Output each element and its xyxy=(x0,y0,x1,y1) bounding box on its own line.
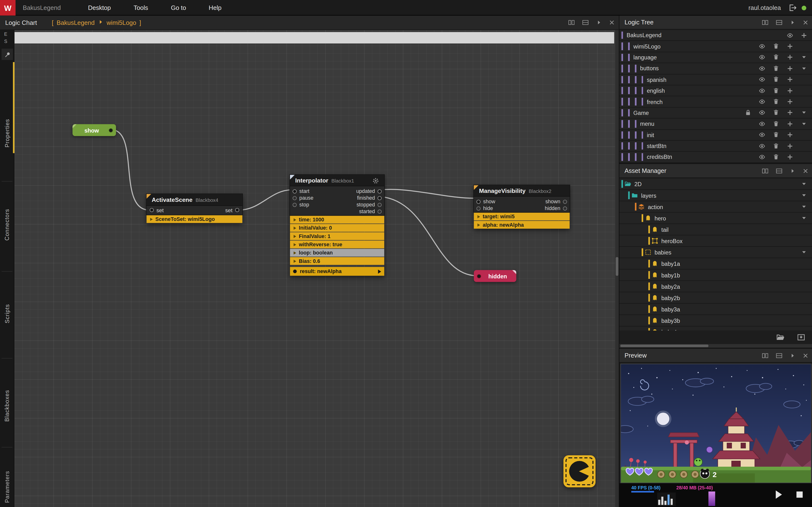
visibility-eye-icon[interactable] xyxy=(783,32,797,39)
node-managevisibility[interactable]: ManageVisibility Blackbox2 show hide sho… xyxy=(474,185,570,229)
collapse-panel-icon[interactable] xyxy=(596,19,602,25)
add-icon[interactable] xyxy=(783,76,797,83)
collapse-panel-icon[interactable] xyxy=(790,352,796,358)
input-port-show[interactable]: show xyxy=(476,198,495,205)
add-icon[interactable] xyxy=(783,54,797,61)
visibility-eye-icon[interactable] xyxy=(755,154,769,160)
chevron-down-icon[interactable] xyxy=(797,110,811,116)
tree-row-bakuslegend[interactable]: BakusLegend xyxy=(619,30,812,41)
sidebar-tab-connectors[interactable]: Connectors xyxy=(0,190,14,259)
input-port-set[interactable] xyxy=(150,208,154,212)
attr-row-bias[interactable]: Bias: 0.6 xyxy=(290,257,384,265)
open-folder-icon[interactable] xyxy=(776,333,784,341)
delete-trash-icon[interactable] xyxy=(769,131,783,138)
tree-row-english[interactable]: english xyxy=(619,85,812,96)
close-icon[interactable] xyxy=(803,352,808,358)
asset-row-babies[interactable]: babies xyxy=(619,247,812,258)
asset-row-baby3b[interactable]: baby3b xyxy=(619,315,812,326)
asset-row-hero[interactable]: hero xyxy=(619,213,812,224)
close-icon[interactable] xyxy=(803,19,808,25)
app-logo[interactable]: W xyxy=(0,0,15,15)
add-icon[interactable] xyxy=(783,109,797,116)
sidebar-tab-blackboxes[interactable]: Blackboxes xyxy=(0,372,14,440)
output-port-started[interactable]: started xyxy=(359,208,382,215)
split-columns-icon[interactable] xyxy=(762,19,768,25)
chevron-down-icon[interactable] xyxy=(797,192,811,198)
output-port-finished[interactable]: finished xyxy=(357,194,382,201)
delete-trash-icon[interactable] xyxy=(769,154,783,160)
scrollbar-thumb[interactable] xyxy=(620,344,708,347)
add-icon[interactable] xyxy=(783,87,797,94)
asset-row-baby2b[interactable]: baby2b xyxy=(619,292,812,304)
delete-trash-icon[interactable] xyxy=(769,143,783,150)
node-header[interactable]: ActivateScene Blackbox4 xyxy=(146,194,242,206)
tree-row-french[interactable]: french xyxy=(619,96,812,107)
node-settings-gear-icon[interactable] xyxy=(372,177,379,184)
pin-icon[interactable] xyxy=(1,49,13,60)
play-button[interactable] xyxy=(776,490,782,499)
visibility-eye-icon[interactable] xyxy=(755,87,769,94)
sidebar-tab-parameters[interactable]: Parameters xyxy=(0,454,14,507)
input-port-pause[interactable]: pause xyxy=(293,194,313,201)
input-port-stop[interactable]: stop xyxy=(293,201,309,208)
visibility-eye-icon[interactable] xyxy=(755,131,769,138)
node-header[interactable]: ManageVisibility Blackbox2 xyxy=(474,185,570,196)
add-icon[interactable] xyxy=(783,98,797,105)
asset-row-2d[interactable]: 2D xyxy=(619,178,812,190)
node-interpolator[interactable]: Interpolator Blackbox1 start pause stop … xyxy=(290,175,384,276)
output-port-stopped[interactable]: stopped xyxy=(356,201,382,208)
add-icon[interactable] xyxy=(783,43,797,50)
delete-trash-icon[interactable] xyxy=(769,76,783,83)
visibility-eye-icon[interactable] xyxy=(755,54,769,61)
split-columns-icon[interactable] xyxy=(568,19,575,26)
visibility-eye-icon[interactable] xyxy=(755,76,769,83)
delete-trash-icon[interactable] xyxy=(769,120,783,127)
chevron-down-icon[interactable] xyxy=(797,66,811,71)
username[interactable]: raul.otaolea xyxy=(749,4,781,11)
node-attribute-row[interactable]: SceneToSet: wimi5Logo xyxy=(146,215,242,223)
output-port-set[interactable] xyxy=(235,208,239,212)
stop-button[interactable] xyxy=(797,492,803,498)
attr-row-withreverse[interactable]: withReverse: true xyxy=(290,240,384,248)
tree-row-buttons[interactable]: buttons xyxy=(619,63,812,74)
tree-row-init[interactable]: init xyxy=(619,130,812,141)
chevron-down-icon[interactable] xyxy=(797,55,811,60)
result-port[interactable] xyxy=(293,270,297,273)
split-rows-icon[interactable] xyxy=(776,19,782,25)
lock-icon[interactable] xyxy=(741,109,755,116)
sidebar-tab-properties[interactable]: Properties xyxy=(0,100,14,166)
input-port-start[interactable]: start xyxy=(293,188,310,194)
output-port-shown[interactable]: shown xyxy=(546,198,567,205)
tree-row-creditsbtn[interactable]: creditsBtn xyxy=(619,152,812,163)
output-port[interactable] xyxy=(109,128,113,132)
asset-row-tail[interactable]: tail xyxy=(619,224,812,235)
attr-row-initialvalue[interactable]: InitialValue: 0 xyxy=(290,224,384,232)
close-icon[interactable] xyxy=(803,168,808,174)
close-icon[interactable] xyxy=(609,19,615,25)
tree-row-game[interactable]: Game xyxy=(619,107,812,119)
visibility-eye-icon[interactable] xyxy=(755,143,769,150)
chevron-down-icon[interactable] xyxy=(797,215,811,221)
state-node-hidden[interactable]: hidden xyxy=(474,270,516,282)
delete-trash-icon[interactable] xyxy=(769,54,783,61)
chevron-down-icon[interactable] xyxy=(797,121,811,127)
tree-row-spanish[interactable]: spanish xyxy=(619,74,812,86)
asset-row-baby4a[interactable]: baby4a xyxy=(619,326,812,331)
asset-row-action[interactable]: action xyxy=(619,201,812,213)
split-rows-icon[interactable] xyxy=(582,19,589,26)
asset-row-baby2a[interactable]: baby2a xyxy=(619,281,812,292)
output-port-updated[interactable]: updated xyxy=(356,188,382,194)
menu-help[interactable]: Help xyxy=(209,4,221,11)
visibility-eye-icon[interactable] xyxy=(755,65,769,72)
delete-trash-icon[interactable] xyxy=(769,98,783,105)
add-icon[interactable] xyxy=(783,143,797,150)
chevron-down-icon[interactable] xyxy=(797,249,811,255)
spritesheet-image-icon[interactable] xyxy=(797,333,805,341)
state-node-show[interactable]: show xyxy=(72,124,116,136)
visibility-eye-icon[interactable] xyxy=(755,109,769,116)
visibility-eye-icon[interactable] xyxy=(755,120,769,127)
menu-desktop[interactable]: Desktop xyxy=(88,4,111,11)
asset-row-baby1a[interactable]: baby1a xyxy=(619,258,812,270)
asset-row-baby1b[interactable]: baby1b xyxy=(619,270,812,281)
split-columns-icon[interactable] xyxy=(762,352,768,359)
